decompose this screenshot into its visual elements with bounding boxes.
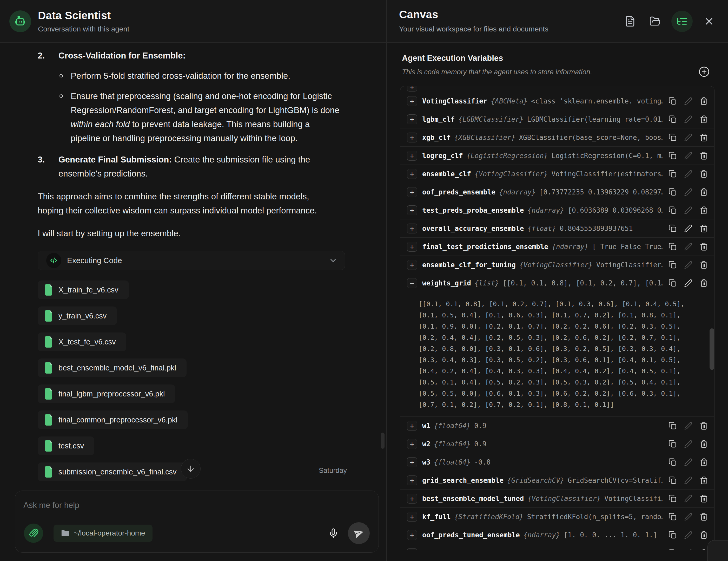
edit-icon[interactable] [684,206,692,214]
expand-toggle-button[interactable]: + [407,96,417,106]
expand-toggle-button[interactable]: + [407,205,417,215]
close-canvas-button[interactable] [700,13,718,30]
copy-icon[interactable] [669,206,677,214]
file-chip[interactable]: best_ensemble_model_v6_final.pkl [38,359,187,377]
delete-icon[interactable] [700,531,708,539]
variable-actions [669,531,708,539]
copy-icon[interactable] [669,242,677,251]
delete-icon[interactable] [700,279,708,287]
expand-toggle-button[interactable]: + [407,169,417,179]
variables-tab-button[interactable] [671,11,693,32]
expand-toggle-button[interactable]: + [407,151,417,161]
delete-icon[interactable] [700,170,708,178]
expand-toggle-button[interactable]: + [407,421,417,431]
expand-toggle-button[interactable]: + [407,242,417,251]
delete-icon[interactable] [700,476,708,485]
expand-toggle-button[interactable]: + [407,133,417,142]
copy-icon[interactable] [669,531,677,539]
copy-icon[interactable] [669,476,677,485]
scrollbar-thumb[interactable] [710,328,714,370]
documents-tab-button[interactable] [621,13,639,30]
delete-icon[interactable] [700,494,708,503]
edit-icon[interactable] [684,188,692,196]
add-variable-button[interactable] [697,65,711,78]
edit-icon[interactable] [684,422,692,430]
expand-toggle-button[interactable]: + [407,86,417,91]
copy-icon[interactable] [669,513,677,521]
expand-toggle-button[interactable]: + [407,512,417,522]
expand-toggle-button[interactable]: + [407,494,417,504]
copy-icon[interactable] [669,97,677,105]
copy-icon[interactable] [669,115,677,123]
edit-icon[interactable] [684,261,692,269]
working-directory-chip[interactable]: ~/local-operator-home [54,525,153,542]
copy-icon[interactable] [669,422,677,430]
file-chip[interactable]: X_train_fe_v6.csv [38,280,129,299]
edit-icon[interactable] [684,224,692,233]
expand-toggle-button[interactable]: + [407,530,417,540]
file-chip[interactable]: test.csv [38,437,94,455]
copy-icon[interactable] [669,170,677,178]
delete-icon[interactable] [700,206,708,214]
delete-icon[interactable] [700,261,708,269]
file-chip[interactable]: final_lgbm_preprocessor_v6.pkl [38,385,175,403]
delete-icon[interactable] [700,97,708,105]
edit-icon[interactable] [684,170,692,178]
edit-icon[interactable] [684,440,692,448]
delete-icon[interactable] [700,133,708,142]
expand-toggle-button[interactable]: + [407,223,417,233]
edit-icon[interactable] [684,115,692,123]
edit-icon[interactable] [684,133,692,142]
edit-icon[interactable] [684,458,692,466]
delete-icon[interactable] [700,115,708,123]
copy-icon[interactable] [669,261,677,269]
copy-icon[interactable] [669,188,677,196]
copy-icon[interactable] [669,133,677,142]
delete-icon[interactable] [700,513,708,521]
expand-toggle-button[interactable]: − [407,278,417,288]
edit-icon[interactable] [684,97,692,105]
copy-icon[interactable] [669,440,677,448]
expand-toggle-button[interactable]: + [407,439,417,449]
variable-actions [669,261,708,269]
edit-icon[interactable] [684,279,692,287]
delete-icon[interactable] [700,242,708,251]
expand-toggle-button[interactable]: + [407,476,417,485]
edit-icon[interactable] [684,151,692,160]
microphone-button[interactable] [326,526,341,540]
edit-icon[interactable] [684,513,692,521]
expand-toggle-button[interactable]: + [407,260,417,270]
variable-actions [669,476,708,485]
copy-icon[interactable] [669,279,677,287]
files-tab-button[interactable] [646,13,664,30]
copy-icon[interactable] [669,458,677,466]
variable-name: logreg_clf [422,152,463,160]
edit-icon[interactable] [684,476,692,485]
edit-icon[interactable] [684,531,692,539]
delete-icon[interactable] [700,440,708,448]
attach-file-button[interactable] [24,524,43,543]
file-chip[interactable]: y_train_v6.csv [38,307,117,325]
expand-toggle-button[interactable]: + [407,457,417,467]
copy-icon[interactable] [669,494,677,503]
delete-icon[interactable] [700,188,708,196]
scrollbar-thumb[interactable] [381,433,385,449]
file-chip-label: submission_ensemble_v6_final.csv [58,465,177,479]
edit-icon[interactable] [684,494,692,503]
file-chip[interactable]: X_test_fe_v6.csv [38,333,126,351]
expand-toggle-button[interactable]: + [407,187,417,197]
delete-icon[interactable] [700,422,708,430]
expand-toggle-button[interactable]: + [407,114,417,124]
scroll-to-bottom-button[interactable] [181,459,201,479]
executing-code-accordion[interactable]: Executing Code [38,251,345,270]
copy-icon[interactable] [669,224,677,233]
file-chip[interactable]: final_common_preprocessor_v6.pkl [38,411,188,429]
file-chip[interactable]: submission_ensemble_v6_final.csv [38,463,187,481]
delete-icon[interactable] [700,151,708,160]
delete-icon[interactable] [700,458,708,466]
edit-icon[interactable] [684,242,692,251]
copy-icon[interactable] [669,151,677,160]
message-input[interactable]: Ask me for help [23,501,79,510]
send-message-button[interactable] [348,522,370,544]
delete-icon[interactable] [700,224,708,233]
